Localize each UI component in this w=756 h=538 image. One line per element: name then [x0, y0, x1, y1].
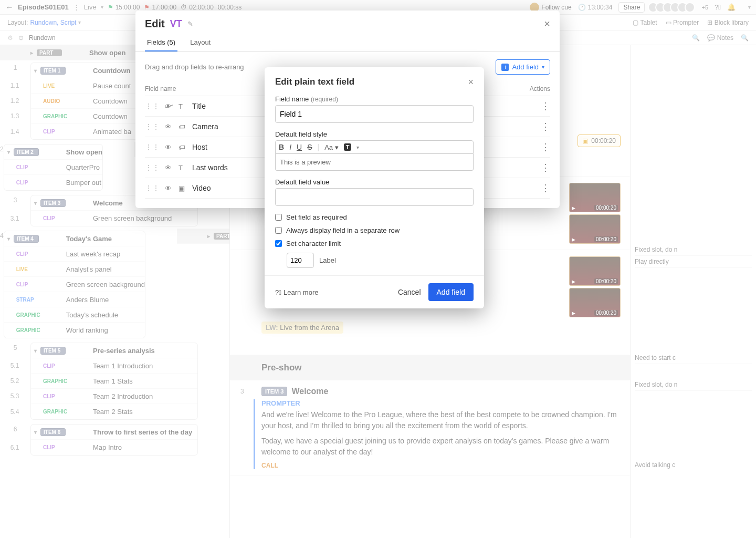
field-menu-icon[interactable]: ⋮ — [541, 121, 550, 132]
add-field-button[interactable]: +Add field▾ — [496, 59, 550, 75]
field-type-icon: 🏷 — [178, 123, 187, 131]
visibility-icon[interactable]: 👁 — [165, 102, 173, 110]
visibility-icon[interactable]: 👁 — [165, 164, 173, 172]
field-name-label: Field name (required) — [275, 95, 474, 103]
chevron-down-icon: ▾ — [542, 64, 544, 70]
edit-field-modal: Edit plain text field× Field name (requi… — [265, 67, 484, 308]
default-value-label: Default field value — [275, 178, 474, 186]
field-style-label: Default field style — [275, 130, 474, 138]
drag-handle-icon[interactable]: ⋮⋮ — [145, 102, 160, 110]
separate-row-checkbox[interactable] — [275, 227, 282, 234]
required-checkbox[interactable] — [275, 214, 282, 221]
char-limit-checkbox[interactable] — [275, 240, 282, 247]
field-menu-icon[interactable]: ⋮ — [541, 162, 550, 173]
field-type-icon: 🏷 — [178, 143, 187, 151]
visibility-icon[interactable]: 👁 — [165, 143, 173, 151]
field-menu-icon[interactable]: ⋮ — [541, 141, 550, 153]
field-name-input[interactable] — [275, 105, 474, 123]
strike-button[interactable]: S — [307, 143, 312, 151]
modal-title: Edit — [145, 18, 165, 30]
field-menu-icon[interactable]: ⋮ — [541, 182, 550, 194]
drag-handle-icon[interactable]: ⋮⋮ — [145, 143, 160, 151]
tab-layout[interactable]: Layout — [188, 34, 213, 51]
add-field-submit-button[interactable]: Add field — [428, 283, 474, 301]
char-limit-label: Label — [319, 256, 336, 264]
text-color-button[interactable]: Aa ▾ — [324, 143, 339, 151]
reorder-hint: Drag and drop fields to re-arrang — [145, 63, 244, 71]
close-icon[interactable]: × — [468, 77, 474, 88]
help-icon: ?⃝ — [275, 288, 281, 296]
cancel-button[interactable]: Cancel — [391, 284, 428, 301]
style-preview: This is a preview — [275, 154, 474, 171]
field-type-icon: ▣ — [178, 184, 187, 192]
learn-more-link[interactable]: ?⃝Learn more — [275, 288, 318, 296]
close-icon[interactable]: × — [544, 18, 550, 30]
plus-icon: + — [501, 64, 509, 71]
drag-handle-icon[interactable]: ⋮⋮ — [145, 122, 160, 131]
visibility-icon[interactable]: 👁 — [165, 184, 173, 192]
visibility-icon[interactable]: 👁 — [165, 123, 173, 131]
drag-handle-icon[interactable]: ⋮⋮ — [145, 163, 160, 172]
field-menu-icon[interactable]: ⋮ — [541, 100, 550, 112]
field-type-icon: T — [178, 164, 187, 172]
italic-button[interactable]: I — [289, 143, 291, 151]
actions-header: Actions — [519, 85, 550, 92]
small-modal-title: Edit plain text field — [275, 77, 354, 88]
field-type-icon: T — [178, 102, 187, 110]
drag-handle-icon[interactable]: ⋮⋮ — [145, 184, 160, 192]
default-value-input[interactable] — [275, 188, 474, 206]
char-limit-input[interactable] — [287, 253, 314, 268]
template-badge: VT — [170, 18, 182, 29]
underline-button[interactable]: U — [297, 143, 302, 151]
tab-fields[interactable]: Fields (5) — [145, 34, 177, 51]
bold-button[interactable]: B — [279, 143, 284, 151]
bg-color-button[interactable]: T — [344, 143, 352, 151]
style-toolbar: B I U S | Aa ▾ T▾ — [275, 140, 474, 154]
pencil-icon[interactable]: ✎ — [187, 20, 193, 28]
